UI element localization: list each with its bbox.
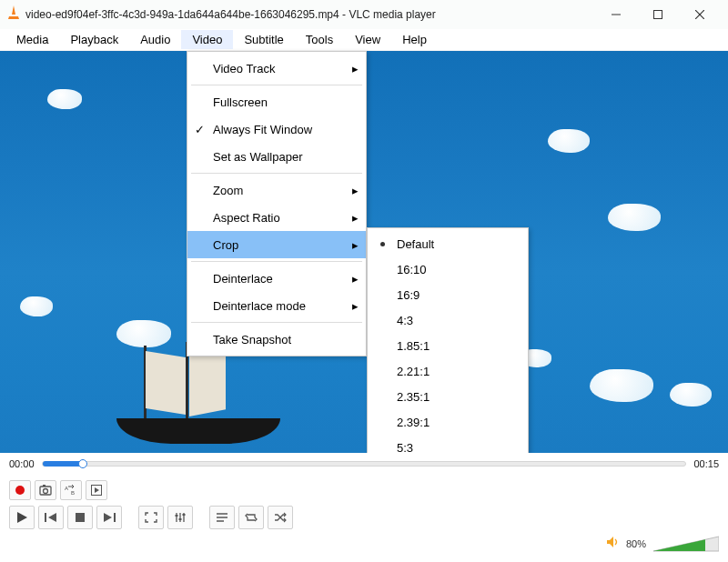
minimize-button[interactable] (595, 0, 637, 29)
video-menu-dropdown: Video Track ▸ Fullscreen ✓ Always Fit Wi… (187, 51, 367, 356)
time-total[interactable]: 00:15 (693, 458, 719, 469)
option-label: 2.39:1 (397, 416, 430, 429)
menu-item-deinterlace[interactable]: Deinterlace ▸ (187, 265, 366, 292)
svg-rect-2 (654, 11, 662, 19)
video-decoration (116, 320, 171, 347)
previous-button[interactable] (38, 506, 64, 529)
menu-item-deinterlace-mode[interactable]: Deinterlace mode ▸ (187, 292, 366, 319)
seek-knob[interactable] (78, 459, 87, 468)
loop-ab-button[interactable]: AB (60, 480, 82, 500)
time-elapsed[interactable]: 00:00 (9, 458, 35, 469)
title-bar: video-ed9f04ef-3ffc-4c3d-949a-1da644a644… (0, 0, 728, 29)
seek-slider[interactable] (42, 461, 687, 467)
menu-separator (191, 261, 362, 262)
menu-item-zoom[interactable]: Zoom ▸ (187, 176, 366, 204)
snapshot-button[interactable] (35, 480, 56, 500)
menu-label: Video Track (213, 62, 275, 75)
option-label: 2.35:1 (397, 390, 430, 404)
svg-point-7 (44, 489, 48, 494)
shuffle-button[interactable] (268, 506, 293, 529)
close-button[interactable] (679, 0, 721, 29)
svg-text:A: A (65, 486, 68, 491)
video-decoration (548, 129, 590, 153)
radio-selected-icon (380, 242, 385, 246)
play-button[interactable] (9, 506, 35, 529)
menu-item-take-snapshot[interactable]: Take Snapshot (187, 326, 366, 353)
video-decoration (670, 383, 712, 406)
submenu-arrow-icon: ▸ (352, 211, 359, 225)
frame-step-button[interactable] (86, 480, 107, 500)
playlist-button[interactable] (209, 506, 235, 529)
crop-option-185-1[interactable]: 1.85:1 (368, 333, 528, 358)
crop-option-221-1[interactable]: 2.21:1 (368, 358, 528, 384)
svg-rect-20 (183, 514, 186, 516)
video-decoration (590, 369, 653, 402)
volume-slider[interactable] (653, 535, 719, 553)
volume-control: 80% (606, 535, 719, 553)
video-decoration (98, 351, 298, 451)
menu-item-set-as-wallpaper[interactable]: Set as Wallpaper (187, 143, 366, 170)
option-label: 2.21:1 (397, 365, 430, 378)
extended-settings-button[interactable] (167, 506, 193, 529)
bookmark-row: AB (9, 480, 719, 500)
svg-rect-12 (45, 513, 46, 522)
svg-text:B: B (71, 490, 75, 496)
menu-item-crop[interactable]: Crop ▸ (187, 231, 366, 258)
menu-label: Fullscreen (213, 95, 268, 109)
record-button[interactable] (9, 480, 31, 500)
menu-playback[interactable]: Playback (59, 30, 129, 49)
menu-separator (191, 85, 362, 85)
menu-label: Zoom (213, 184, 243, 197)
menu-tools[interactable]: Tools (295, 30, 344, 49)
menu-audio[interactable]: Audio (129, 30, 181, 49)
next-button[interactable] (96, 506, 122, 529)
crop-option-239-1[interactable]: 2.39:1 (368, 409, 528, 435)
menu-view[interactable]: View (344, 30, 391, 49)
loop-button[interactable] (238, 506, 264, 529)
menu-label: Always Fit Window (213, 123, 312, 136)
maximize-button[interactable] (637, 0, 679, 29)
svg-rect-0 (10, 15, 17, 16)
video-decoration (47, 89, 82, 109)
svg-rect-8 (43, 485, 46, 487)
submenu-arrow-icon: ▸ (352, 272, 359, 286)
window-controls (595, 0, 721, 29)
stop-button[interactable] (67, 506, 93, 529)
menu-item-fullscreen[interactable]: Fullscreen (187, 88, 366, 115)
video-decoration (608, 204, 661, 231)
crop-option-default[interactable]: Default (368, 231, 528, 256)
video-decoration (20, 296, 53, 316)
menu-separator (191, 173, 362, 174)
crop-option-235-1[interactable]: 2.35:1 (368, 384, 528, 409)
menu-label: Deinterlace (213, 272, 273, 286)
svg-rect-19 (179, 518, 182, 520)
menu-label: Aspect Ratio (213, 211, 280, 225)
menu-bar: Media Playback Audio Video Subtitle Tool… (0, 29, 728, 51)
submenu-arrow-icon: ▸ (352, 238, 359, 252)
speaker-icon[interactable] (606, 536, 621, 552)
menu-label: Set as Wallpaper (213, 150, 303, 164)
crop-option-4-3[interactable]: 4:3 (368, 307, 528, 333)
vlc-cone-icon (7, 5, 20, 24)
crop-option-16-9[interactable]: 16:9 (368, 282, 528, 307)
seek-bar-row: 00:00 00:15 (0, 453, 728, 475)
crop-option-16-10[interactable]: 16:10 (368, 256, 528, 282)
option-label: Default (397, 237, 434, 251)
svg-rect-14 (114, 513, 116, 522)
menu-label: Take Snapshot (213, 333, 291, 346)
menu-subtitle[interactable]: Subtitle (233, 30, 294, 49)
svg-rect-18 (176, 515, 178, 517)
option-label: 16:10 (397, 263, 427, 276)
menu-item-aspect-ratio[interactable]: Aspect Ratio ▸ (187, 204, 366, 231)
option-label: 16:9 (397, 288, 420, 302)
menu-media[interactable]: Media (5, 30, 59, 49)
submenu-arrow-icon: ▸ (352, 299, 359, 313)
playback-controls: 00:00 00:15 AB (0, 453, 728, 562)
menu-video[interactable]: Video (181, 30, 233, 49)
menu-item-video-track[interactable]: Video Track ▸ (187, 55, 366, 82)
menu-item-always-fit-window[interactable]: ✓ Always Fit Window (187, 115, 366, 143)
submenu-arrow-icon: ▸ (352, 62, 359, 75)
svg-point-5 (15, 486, 25, 495)
menu-help[interactable]: Help (391, 30, 438, 49)
fullscreen-button[interactable] (138, 506, 164, 529)
